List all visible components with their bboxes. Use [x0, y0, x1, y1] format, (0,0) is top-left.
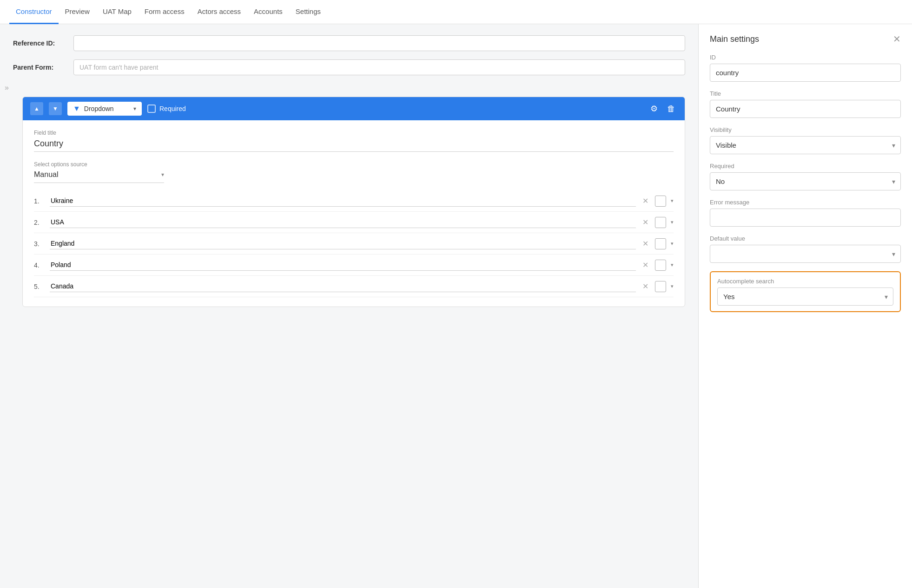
nav-preview[interactable]: Preview — [59, 0, 96, 24]
field-title-input[interactable] — [34, 139, 674, 152]
settings-default-wrapper — [710, 245, 901, 263]
field-type-label: Dropdown — [84, 105, 114, 112]
required-checkbox[interactable] — [147, 105, 156, 113]
settings-error-section: Error message — [710, 199, 901, 227]
option-remove-button[interactable]: ✕ — [641, 239, 650, 248]
nav-actors-access[interactable]: Actors access — [191, 0, 247, 24]
settings-id-input[interactable] — [710, 64, 901, 82]
collapse-panel-arrow[interactable]: » — [5, 84, 685, 92]
close-settings-button[interactable]: ✕ — [893, 33, 901, 45]
option-remove-button[interactable]: ✕ — [641, 282, 650, 291]
settings-autocomplete-label: Autocomplete search — [717, 278, 893, 285]
settings-autocomplete-wrapper: Yes No — [717, 287, 893, 306]
settings-required-label: Required — [710, 163, 901, 170]
settings-panel-title: Main settings — [710, 34, 759, 44]
option-arrow[interactable]: ▾ — [671, 198, 674, 204]
move-down-button[interactable]: ▼ — [49, 102, 62, 115]
option-item: 3. ✕ ▾ — [34, 233, 674, 255]
option-item: 1. ✕ ▾ — [34, 190, 674, 212]
field-type-selector[interactable]: ▼ Dropdown ▾ — [67, 102, 142, 116]
option-num: 4. — [34, 261, 45, 269]
option-num: 2. — [34, 219, 45, 226]
option-item: 5. ✕ ▾ — [34, 276, 674, 297]
settings-visibility-section: Visibility Visible Hidden — [710, 126, 901, 154]
options-source-selector[interactable]: Manual ▾ — [34, 170, 164, 183]
field-type-arrow: ▾ — [133, 105, 136, 112]
required-toggle[interactable]: Required — [147, 105, 186, 113]
option-input[interactable] — [50, 281, 636, 292]
settings-error-input[interactable] — [710, 209, 901, 227]
settings-default-select[interactable] — [710, 245, 901, 263]
option-num: 1. — [34, 197, 45, 205]
required-label: Required — [159, 105, 186, 112]
option-input[interactable] — [50, 259, 636, 271]
parent-form-input[interactable] — [73, 59, 685, 75]
settings-required-select[interactable]: No Yes — [710, 172, 901, 190]
option-num: 3. — [34, 240, 45, 248]
settings-required-section: Required No Yes — [710, 163, 901, 190]
move-up-button[interactable]: ▲ — [30, 102, 43, 115]
field-settings-button[interactable]: ⚙ — [648, 102, 660, 116]
option-color-button[interactable] — [655, 260, 666, 271]
option-remove-button[interactable]: ✕ — [641, 261, 650, 269]
options-source-section-label: Select options source — [34, 161, 674, 168]
parent-form-row: Parent Form: — [13, 59, 685, 75]
options-source-value: Manual — [34, 170, 161, 179]
option-item: 4. ✕ ▾ — [34, 255, 674, 276]
right-panel-header: Main settings ✕ — [710, 33, 901, 45]
settings-default-section: Default value — [710, 235, 901, 263]
settings-title-label: Title — [710, 90, 901, 97]
option-num: 5. — [34, 283, 45, 290]
parent-form-label: Parent Form: — [13, 64, 73, 71]
reference-id-row: Reference ID: — [13, 35, 685, 51]
option-color-button[interactable] — [655, 217, 666, 228]
nav-uat-map[interactable]: UAT Map — [96, 0, 138, 24]
reference-id-label: Reference ID: — [13, 39, 73, 47]
option-arrow[interactable]: ▾ — [671, 262, 674, 268]
option-color-button[interactable] — [655, 281, 666, 292]
option-remove-button[interactable]: ✕ — [641, 218, 650, 227]
settings-visibility-label: Visibility — [710, 126, 901, 133]
settings-visibility-wrapper: Visible Hidden — [710, 136, 901, 154]
nav-constructor[interactable]: Constructor — [9, 0, 59, 24]
field-delete-button[interactable]: 🗑 — [665, 102, 677, 116]
settings-visibility-select[interactable]: Visible Hidden — [710, 136, 901, 154]
settings-default-label: Default value — [710, 235, 901, 242]
option-remove-button[interactable]: ✕ — [641, 196, 650, 205]
nav-accounts[interactable]: Accounts — [247, 0, 289, 24]
option-item: 2. ✕ ▾ — [34, 212, 674, 233]
right-panel: Main settings ✕ ID Title Visibility Visi… — [698, 24, 912, 588]
settings-autocomplete-select[interactable]: Yes No — [717, 287, 893, 306]
settings-id-section: ID — [710, 54, 901, 82]
field-header: ▲ ▼ ▼ Dropdown ▾ Required ⚙ 🗑 — [23, 97, 685, 120]
top-navigation: Constructor Preview UAT Map Form access … — [0, 0, 912, 24]
main-layout: Reference ID: Parent Form: » ▲ ▼ ▼ Dropd… — [0, 24, 912, 588]
left-panel: Reference ID: Parent Form: » ▲ ▼ ▼ Dropd… — [0, 24, 698, 588]
settings-title-section: Title — [710, 90, 901, 118]
option-arrow[interactable]: ▾ — [671, 283, 674, 289]
settings-title-input[interactable] — [710, 100, 901, 118]
nav-form-access[interactable]: Form access — [138, 0, 191, 24]
option-input[interactable] — [50, 216, 636, 228]
reference-id-input[interactable] — [73, 35, 685, 51]
options-source-arrow: ▾ — [161, 171, 164, 178]
field-title-section-label: Field title — [34, 130, 674, 136]
field-body: Field title Select options source Manual… — [23, 120, 685, 307]
autocomplete-section: Autocomplete search Yes No — [710, 271, 901, 312]
options-list: 1. ✕ ▾ 2. ✕ ▾ 3. — [34, 190, 674, 297]
settings-id-label: ID — [710, 54, 901, 61]
option-arrow[interactable]: ▾ — [671, 219, 674, 225]
option-input[interactable] — [50, 238, 636, 249]
settings-required-wrapper: No Yes — [710, 172, 901, 190]
option-color-button[interactable] — [655, 196, 666, 207]
field-block: ▲ ▼ ▼ Dropdown ▾ Required ⚙ 🗑 Field titl… — [22, 97, 685, 307]
option-arrow[interactable]: ▾ — [671, 241, 674, 247]
option-color-button[interactable] — [655, 238, 666, 249]
nav-settings[interactable]: Settings — [289, 0, 327, 24]
dropdown-icon: ▼ — [73, 105, 80, 113]
option-input[interactable] — [50, 195, 636, 207]
settings-error-label: Error message — [710, 199, 901, 206]
